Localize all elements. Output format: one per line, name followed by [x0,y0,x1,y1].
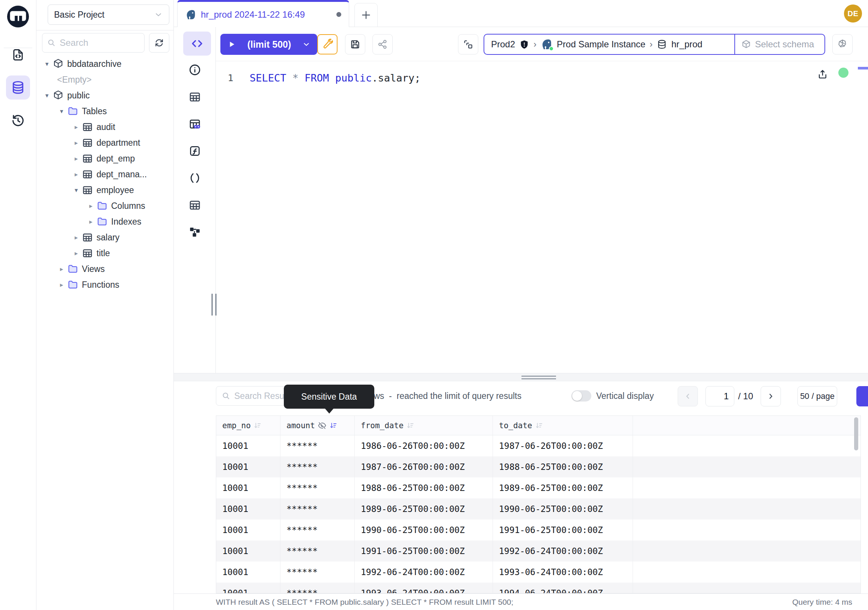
table-row[interactable]: 10001******1991-06-25T00:00:00Z1992-06-2… [216,540,860,562]
tree-item-department[interactable]: ▸department [36,135,174,151]
tab-unsaved-dot-icon [336,12,341,17]
sort-active-icon[interactable] [329,421,338,430]
tree-item-public[interactable]: ▾public [36,87,174,103]
prev-page-button[interactable] [678,386,698,407]
caret-right-icon[interactable]: ▸ [85,218,96,226]
tree-item-views[interactable]: ▸Views [36,261,174,277]
caret-right-icon[interactable]: ▸ [85,202,96,210]
rail-database-button[interactable] [6,76,30,99]
strip-table-grid-button[interactable] [187,197,203,213]
caret-right-icon[interactable]: ▸ [56,265,67,273]
sort-icon[interactable] [535,421,543,430]
table-cell: 1993-06-24T00:00:00Z [355,582,493,593]
table-cell: ****** [281,520,355,540]
next-page-button[interactable] [761,386,781,407]
sidebar-resize-handle[interactable] [211,294,217,315]
instance-name: Prod Sample Instance [557,39,645,50]
rail-history-button[interactable] [6,109,30,133]
batch-query-button[interactable] [458,34,478,54]
user-avatar[interactable]: DE [844,5,862,23]
caret-down-icon[interactable]: ▾ [41,92,53,99]
caret-right-icon[interactable]: ▸ [71,155,82,163]
sidebar-search[interactable] [42,33,144,53]
new-tab-button[interactable] [354,3,378,27]
tree-item-dept-emp[interactable]: ▸dept_emp [36,151,174,166]
page-total: / 10 [738,381,753,411]
upload-icon[interactable] [817,68,828,80]
editor-panel-button[interactable] [183,31,211,56]
table-row[interactable]: 10001******1993-06-24T00:00:00Z1994-06-2… [216,582,860,593]
connection-breadcrumb[interactable]: Prod2 › Prod Sample Instance › hr_prod [484,34,735,54]
tree-item-title[interactable]: ▸title [36,245,174,261]
strip-function-button[interactable] [187,143,203,159]
strip-parentheses-button[interactable] [187,170,203,186]
caret-right-icon[interactable]: ▸ [71,234,82,242]
table-grid-icon [82,137,93,148]
select-schema-button[interactable]: Select schema [735,34,825,54]
save-sheet-button[interactable] [345,34,365,54]
table-cell: 1990-06-25T00:00:00Z [493,498,633,520]
caret-right-icon[interactable]: ▸ [56,281,67,289]
caret-right-icon[interactable]: ▸ [71,139,82,147]
table-row[interactable]: 10001******1992-06-24T00:00:00Z1993-06-2… [216,562,860,582]
tree-item-audit[interactable]: ▸audit [36,119,174,135]
page-size-select[interactable]: 50 / page [797,386,837,407]
tree-item-indexes[interactable]: ▸Indexes [36,214,174,230]
page-input[interactable] [705,386,734,407]
sql-editor[interactable]: 1 SELECT * FROM public.salary; [216,61,868,373]
caret-down-icon[interactable]: ▾ [56,107,67,115]
tree-item-bbdataarchive[interactable]: ▾bbdataarchive [36,56,174,72]
table-row[interactable]: 10001******1987-06-26T00:00:00Z1988-06-2… [216,456,860,477]
column-header-from_date[interactable]: from_date [355,416,493,435]
tree-item-employee[interactable]: ▾employee [36,182,174,198]
strip-info-button[interactable] [187,62,203,78]
format-sql-button[interactable] [317,34,338,54]
sort-icon[interactable] [253,421,262,430]
parentheses-icon [189,172,201,185]
tree-item-salary[interactable]: ▸salary [36,230,174,245]
tab-hr-prod[interactable]: hr_prod 2024-11-22 16:49 [177,0,349,27]
project-selector[interactable]: Basic Project [48,5,169,25]
caret-right-icon[interactable]: ▸ [71,171,82,178]
instance-icon [541,38,553,50]
rail-worksheet-button[interactable] [6,43,30,67]
table-row[interactable]: 10001******1988-06-25T00:00:00Z1989-06-2… [216,477,860,498]
vertical-display-toggle[interactable] [571,390,591,402]
column-header-to_date[interactable]: to_date [493,416,633,435]
chevron-down-icon[interactable] [302,40,310,48]
tree-item-dept-mana[interactable]: ▸dept_mana... [36,166,174,182]
column-header-amount[interactable]: amount [281,416,355,435]
table-row[interactable]: 10001******1986-06-26T00:00:00Z1987-06-2… [216,435,860,456]
run-query-button[interactable]: (limit 500) [220,34,317,55]
sidebar-search-input[interactable] [60,37,140,48]
bytebase-logo-icon[interactable] [6,5,29,28]
connection-scope-bar: Prod2 › Prod Sample Instance › hr_prod [484,34,825,55]
left-rail [0,0,36,610]
tree-item-columns[interactable]: ▸Columns [36,198,174,214]
tree-item-functions[interactable]: ▸Functions [36,277,174,293]
tree-item-tables[interactable]: ▾Tables [36,103,174,119]
share-sheet-button[interactable] [372,34,393,54]
caret-down-icon[interactable]: ▾ [41,60,53,68]
results-resize-handle[interactable] [174,373,868,381]
export-button-fragment[interactable] [856,386,868,407]
tree-item-empty[interactable]: <Empty> [36,72,174,87]
table-row[interactable]: 10001******1989-06-25T00:00:00Z1990-06-2… [216,498,860,520]
table-row[interactable]: 10001******1990-06-25T00:00:00Z1991-06-2… [216,520,860,540]
table-cell: 10001 [216,498,281,520]
ai-assistant-button[interactable] [832,34,852,54]
sort-icon[interactable] [406,421,414,430]
strip-table-grid-button[interactable] [187,88,203,105]
refresh-schema-button[interactable] [149,33,169,53]
caret-right-icon[interactable]: ▸ [71,250,82,257]
caret-down-icon[interactable]: ▾ [71,186,82,194]
grid-scrollbar[interactable] [854,417,858,450]
table-grid-icon [82,153,93,164]
tab-label: hr_prod 2024-11-22 16:49 [201,9,332,20]
column-header-emp_no[interactable]: emp_no [216,416,281,435]
eye-off-icon[interactable] [318,421,327,430]
strip-table-masking-button[interactable] [187,116,203,132]
table-cell: 1992-06-24T00:00:00Z [355,562,493,582]
caret-right-icon[interactable]: ▸ [71,123,82,131]
strip-schema-diagram-button[interactable] [187,224,203,241]
